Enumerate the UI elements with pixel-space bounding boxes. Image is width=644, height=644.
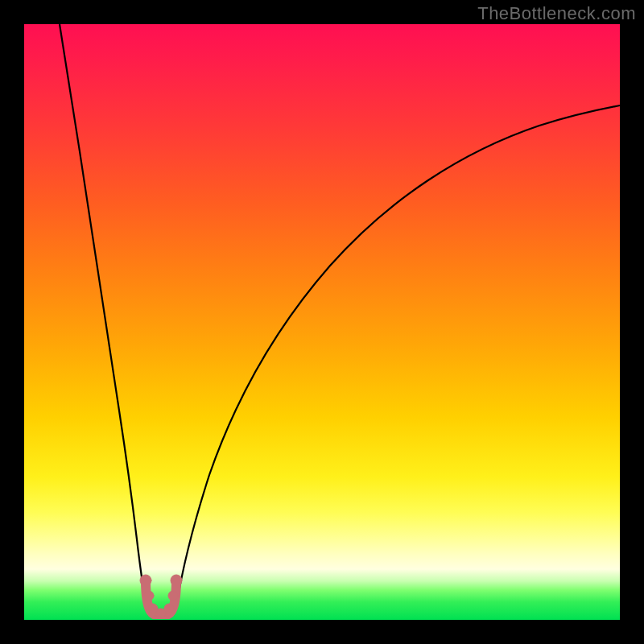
svg-point-5 xyxy=(164,604,174,613)
curve-layer xyxy=(24,24,620,620)
svg-point-2 xyxy=(144,591,154,601)
bottleneck-curve-right xyxy=(176,105,620,606)
chart-frame: TheBottleneck.com xyxy=(0,0,644,644)
marker-band xyxy=(140,575,182,618)
svg-point-6 xyxy=(168,591,178,601)
watermark-text: TheBottleneck.com xyxy=(477,3,636,24)
bottleneck-curve-left xyxy=(60,24,146,606)
plot-area xyxy=(24,24,620,620)
